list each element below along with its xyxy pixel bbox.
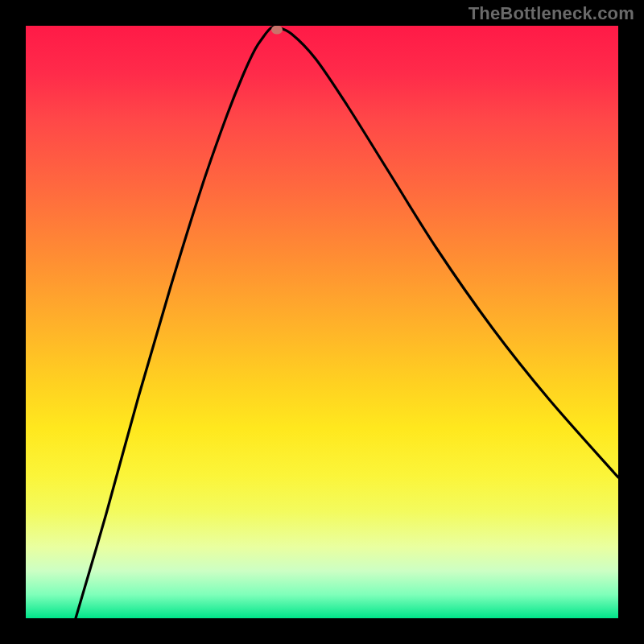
optimum-marker bbox=[271, 26, 283, 35]
curve-svg bbox=[26, 26, 618, 618]
bottleneck-curve-path bbox=[76, 27, 618, 618]
chart-frame: TheBottleneck.com bbox=[0, 0, 644, 644]
plot-area bbox=[26, 26, 618, 618]
watermark-text: TheBottleneck.com bbox=[469, 3, 634, 24]
